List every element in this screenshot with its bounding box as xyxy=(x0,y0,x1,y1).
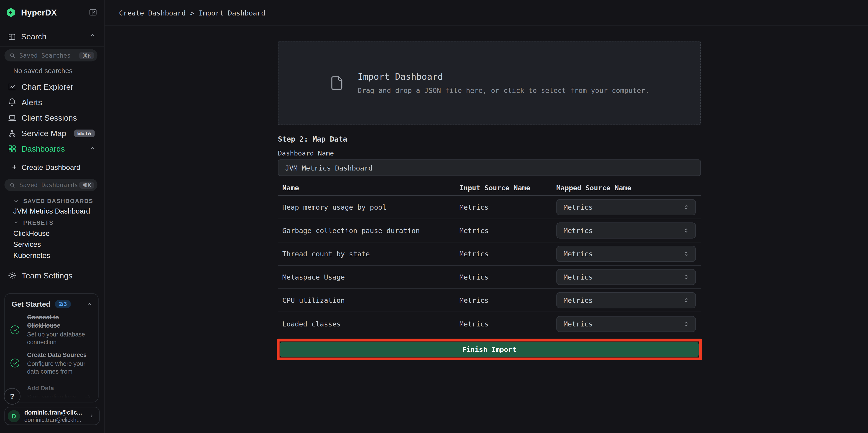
dashboards-grid-icon xyxy=(8,145,17,153)
beta-badge: BETA xyxy=(74,129,95,137)
mapped-source-select[interactable]: Metrics xyxy=(556,316,696,332)
row-input-source-cell: Metrics xyxy=(460,273,556,281)
check-circle-icon xyxy=(10,325,19,334)
chevron-down-icon xyxy=(13,198,19,204)
caret-sort-icon xyxy=(682,296,690,304)
saved-searches-search[interactable]: ⌘K xyxy=(4,49,97,61)
task-desc: Set up your database connection xyxy=(27,330,94,346)
presets-group[interactable]: PRESETS xyxy=(13,219,54,226)
shortcut-badge: ⌘K xyxy=(79,181,94,188)
mapped-source-select[interactable]: Metrics xyxy=(556,222,696,239)
task-title: Create Data Sources xyxy=(27,350,94,359)
get-started-item[interactable]: Connect to ClickHouse Set up your databa… xyxy=(10,313,94,347)
sidebar-item-service-map[interactable]: Service Map BETA xyxy=(8,127,95,140)
mapped-source-select[interactable]: Metrics xyxy=(556,199,696,215)
column-header-mapped-source: Mapped Source Name xyxy=(556,184,701,192)
dashboard-name-label: Dashboard Name xyxy=(278,149,334,157)
bell-icon xyxy=(8,98,17,107)
gear-icon xyxy=(8,271,17,280)
sidebar-item-label: Chart Explorer xyxy=(22,83,73,91)
dashboard-name-input[interactable] xyxy=(278,159,701,176)
sidebar-item-client-sessions[interactable]: Client Sessions xyxy=(8,111,77,125)
task-desc: Start sending logs, metrics, or traces xyxy=(27,393,83,402)
breadcrumb-create-dashboard[interactable]: Create Dashboard xyxy=(119,9,186,17)
get-started-item[interactable]: Add Data Start sending logs, metrics, or… xyxy=(10,380,94,402)
mapped-source-select[interactable]: Metrics xyxy=(556,269,696,285)
user-menu[interactable]: D dominic.tran@clic... dominic.tran@clic… xyxy=(4,407,99,425)
plus-icon xyxy=(11,164,18,171)
table-row: Loaded classes Metrics Metrics xyxy=(278,312,701,335)
topbar: Create Dashboard>Import Dashboard xyxy=(104,0,868,26)
sidebar-item-label: Service Map xyxy=(22,129,66,138)
no-saved-searches-text: No saved searches xyxy=(13,67,72,75)
saved-dashboards-group[interactable]: SAVED DASHBOARDS xyxy=(13,197,93,205)
mapped-source-select[interactable]: Metrics xyxy=(556,246,696,262)
preset-link-services[interactable]: Services xyxy=(13,240,41,249)
get-started-header[interactable]: Get Started 2/3 xyxy=(11,298,92,309)
sidebar-item-dashboards[interactable]: Dashboards xyxy=(8,142,65,155)
sidebar-item-label: Alerts xyxy=(22,98,42,107)
row-name-cell: Thread count by state xyxy=(278,249,459,258)
sidebar-item-chart-explorer[interactable]: Chart Explorer xyxy=(8,80,73,94)
create-dashboard-button[interactable]: Create Dashboard xyxy=(11,162,81,172)
check-circle-icon xyxy=(10,359,19,367)
app-title: HyperDX xyxy=(21,7,57,17)
caret-sort-icon xyxy=(682,249,690,258)
breadcrumb: Create Dashboard>Import Dashboard xyxy=(119,9,266,17)
dropzone-subtitle: Drag and drop a JSON file here, or click… xyxy=(358,86,649,94)
dropzone-title: Import Dashboard xyxy=(358,71,649,82)
saved-searches-input[interactable] xyxy=(19,52,79,59)
table-row: Garbage collection pause duration Metric… xyxy=(278,219,701,243)
avatar-initial: D xyxy=(11,412,16,419)
task-title: Connect to ClickHouse xyxy=(27,313,94,330)
selected-value: Metrics xyxy=(564,320,593,328)
collapse-sidebar-icon[interactable] xyxy=(89,8,97,17)
row-name-cell: Garbage collection pause duration xyxy=(278,226,459,235)
row-input-source-cell: Metrics xyxy=(460,296,556,304)
hyperdx-logo-icon xyxy=(5,7,16,17)
sidebar-item-label: Dashboards xyxy=(22,145,65,153)
chevron-right-icon xyxy=(89,413,95,419)
dashboard-link-label: JVM Metrics Dashboard xyxy=(13,207,90,215)
chart-explorer-icon xyxy=(8,83,17,91)
caret-sort-icon xyxy=(682,273,690,281)
import-dropzone[interactable]: Import Dashboard Drag and drop a JSON fi… xyxy=(278,41,701,125)
saved-dashboards-input[interactable] xyxy=(19,181,79,188)
table-row: Heap memory usage by pool Metrics Metric… xyxy=(278,196,701,219)
progress-badge: 2/3 xyxy=(55,300,71,308)
sidebar-item-alerts[interactable]: Alerts xyxy=(8,96,42,109)
finish-import-button[interactable]: Finish Import xyxy=(280,342,699,357)
breadcrumb-import-dashboard: Import Dashboard xyxy=(199,9,266,17)
table-row: Thread count by state Metrics Metrics xyxy=(278,243,701,266)
selected-value: Metrics xyxy=(564,273,593,281)
caret-sort-icon xyxy=(682,320,690,328)
group-label: PRESETS xyxy=(23,219,54,226)
get-started-title: Get Started xyxy=(11,300,50,308)
task-title: Add Data xyxy=(27,384,94,392)
row-name-cell: CPU utilization xyxy=(278,296,459,304)
search-icon xyxy=(9,52,16,59)
laptop-icon xyxy=(8,113,17,122)
help-button[interactable]: ? xyxy=(4,388,21,405)
caret-sort-icon xyxy=(682,226,690,235)
row-name-cell: Loaded classes xyxy=(278,320,459,328)
caret-sort-icon xyxy=(682,203,690,211)
chevron-up-icon[interactable] xyxy=(89,32,96,39)
selected-value: Metrics xyxy=(564,249,593,258)
preset-link-clickhouse[interactable]: ClickHouse xyxy=(13,228,50,238)
mapped-source-select[interactable]: Metrics xyxy=(556,292,696,308)
sidebar-item-search[interactable]: Search xyxy=(8,30,46,43)
sidebar-item-team-settings[interactable]: Team Settings xyxy=(8,269,72,282)
chevron-up-icon[interactable] xyxy=(89,145,96,152)
chevron-up-icon[interactable] xyxy=(86,301,92,307)
sidebar-dashboard-link[interactable]: JVM Metrics Dashboard xyxy=(13,207,90,216)
app-logo[interactable]: HyperDX xyxy=(5,5,99,19)
column-header-name: Name xyxy=(278,184,459,192)
saved-dashboards-search[interactable]: ⌘K xyxy=(4,179,97,191)
get-started-item[interactable]: Create Data Sources Configure where your… xyxy=(10,349,94,377)
group-label: SAVED DASHBOARDS xyxy=(23,197,93,204)
app-window: HyperDX Search ⌘K xyxy=(0,0,868,433)
preset-link-kubernetes[interactable]: Kubernetes xyxy=(13,251,50,260)
selected-value: Metrics xyxy=(564,203,593,211)
arrow-right-icon xyxy=(84,394,92,401)
